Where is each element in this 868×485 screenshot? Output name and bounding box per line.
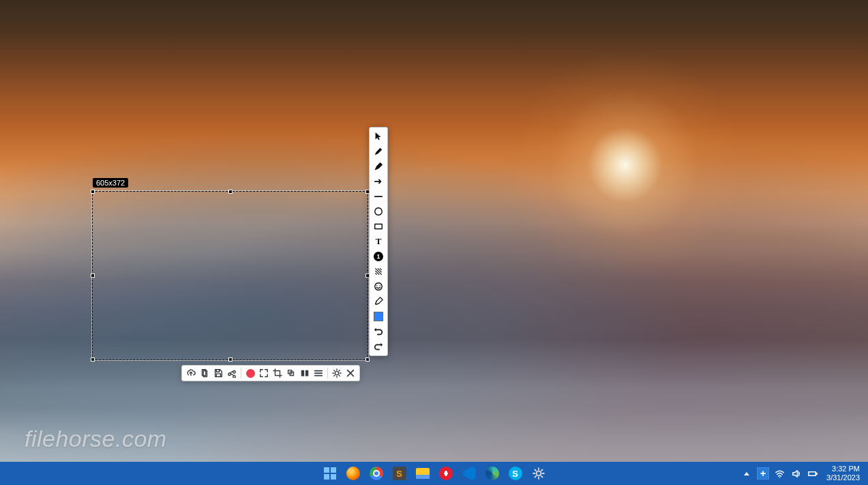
taskbar-clock[interactable]: 3:32 PM 3/31/2023	[824, 465, 863, 482]
edge-app[interactable]	[483, 465, 501, 482]
selection-dimensions-label: 605x372	[93, 178, 128, 188]
overflow-tray[interactable]	[740, 467, 753, 480]
resize-handle-ml[interactable]	[91, 274, 95, 278]
start-button[interactable]	[321, 465, 339, 482]
taskbar-tray: + 3:32 PM 3/31/2023	[740, 465, 863, 482]
color-tool[interactable]	[370, 309, 387, 324]
settings-button[interactable]	[330, 366, 344, 380]
clock-time: 3:32 PM	[826, 465, 860, 473]
files-app[interactable]	[414, 465, 432, 482]
desktop-wallpaper: filehorse.com 605x372 T1 SS + 3:32 PM 3/…	[0, 0, 868, 485]
plus-tray[interactable]: +	[757, 467, 769, 480]
blur-tool[interactable]	[370, 264, 387, 279]
upload-button[interactable]	[184, 366, 198, 380]
vscode-app[interactable]	[460, 465, 478, 482]
arrow-tool[interactable]	[370, 174, 387, 189]
record-button[interactable]	[243, 366, 257, 380]
firefox-app[interactable]	[344, 465, 362, 482]
marker-tool[interactable]	[370, 159, 387, 174]
stack-button[interactable]	[284, 366, 298, 380]
line-tool[interactable]	[370, 189, 387, 204]
separator	[241, 368, 241, 379]
rectangle-tool[interactable]	[370, 219, 387, 234]
emoji-tool[interactable]	[370, 279, 387, 294]
crop-button[interactable]	[271, 366, 284, 380]
copy-button[interactable]	[198, 366, 211, 380]
save-button[interactable]	[211, 366, 225, 380]
cursor-tool[interactable]	[370, 129, 387, 144]
chrome-app[interactable]	[368, 465, 385, 482]
clock-date: 3/31/2023	[826, 473, 860, 482]
watermark-text: filehorse.com	[25, 426, 167, 452]
compare-button[interactable]	[298, 366, 312, 380]
skype-app[interactable]: S	[507, 465, 524, 482]
eyedropper-tool[interactable]	[370, 294, 387, 309]
undo-tool[interactable]	[370, 324, 387, 339]
taskbar: SS + 3:32 PM 3/31/2023	[0, 462, 868, 485]
resize-handle-bl[interactable]	[91, 357, 95, 362]
capture-action-bar	[181, 365, 360, 381]
fullscreen-button[interactable]	[257, 366, 271, 380]
step-tool[interactable]: 1	[370, 249, 387, 264]
opera-app[interactable]	[437, 465, 455, 482]
battery-tray[interactable]	[806, 467, 818, 480]
redo-tool[interactable]	[370, 339, 387, 354]
text-tool[interactable]: T	[370, 234, 387, 249]
capture-selection[interactable]: 605x372	[92, 191, 368, 360]
share-button[interactable]	[225, 366, 239, 380]
circle-tool[interactable]	[370, 204, 387, 219]
taskbar-apps: SS	[321, 465, 548, 482]
vertical-tool-palette: T1	[369, 127, 388, 356]
resize-handle-tl[interactable]	[91, 190, 95, 194]
pencil-tool[interactable]	[370, 144, 387, 159]
wifi-tray[interactable]	[773, 467, 785, 480]
settings-app[interactable]	[530, 465, 548, 482]
sublime-app[interactable]: S	[391, 465, 408, 482]
resize-handle-bc[interactable]	[228, 357, 233, 362]
close-button[interactable]	[344, 366, 357, 380]
resize-handle-br[interactable]	[365, 357, 370, 362]
menu-button[interactable]	[312, 366, 325, 380]
volume-tray[interactable]	[790, 467, 802, 480]
separator	[327, 368, 328, 379]
resize-handle-tc[interactable]	[228, 190, 233, 194]
